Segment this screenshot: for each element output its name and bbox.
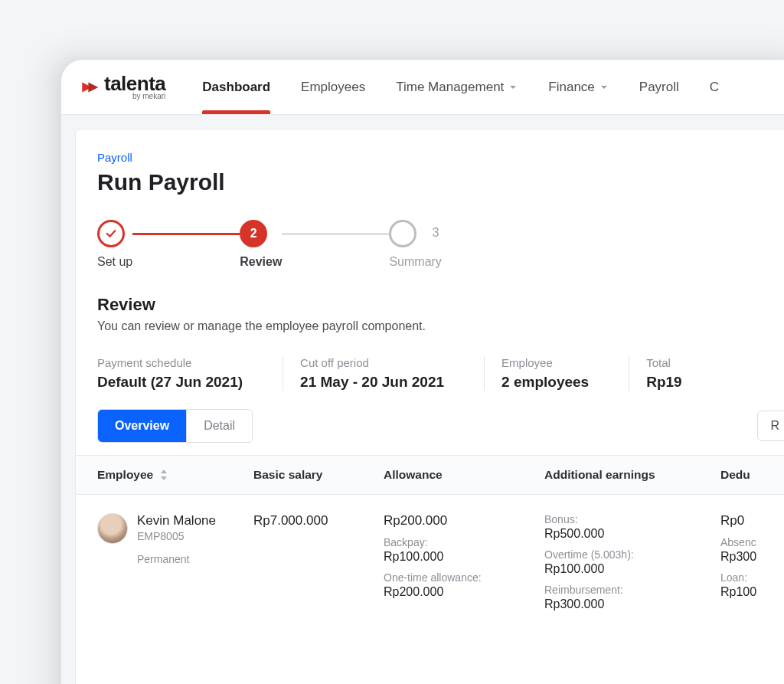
chevron-down-icon bbox=[508, 83, 518, 92]
step-label: Set up bbox=[97, 255, 132, 269]
right-action-button[interactable]: R bbox=[757, 411, 784, 441]
section-title: Review bbox=[76, 277, 784, 319]
employee-id: EMP8005 bbox=[137, 530, 216, 542]
additional-item-value: Rp100.000 bbox=[544, 562, 702, 576]
nav-label: Dashboard bbox=[202, 80, 270, 95]
nav-label: Time Management bbox=[396, 80, 504, 95]
additional-item-value: Rp300.000 bbox=[544, 597, 702, 611]
step-label: Summary bbox=[389, 255, 441, 269]
cell-allowance: Rp200.000 Backpay: Rp100.000 One-time al… bbox=[374, 501, 535, 611]
nav-label: Payroll bbox=[639, 80, 679, 95]
step-connector bbox=[132, 233, 240, 235]
check-icon bbox=[97, 220, 125, 247]
deduction-item-label: Absenc bbox=[720, 536, 784, 548]
step-number: 3 bbox=[432, 226, 439, 240]
allowance-item-label: One-time allowance: bbox=[384, 571, 526, 584]
nav-time-management[interactable]: Time Management bbox=[396, 61, 518, 113]
allowance-primary: Rp200.000 bbox=[384, 513, 526, 529]
main-card: Payroll Run Payroll Set up 2 Review bbox=[75, 129, 784, 684]
chevron-down-icon bbox=[599, 83, 609, 92]
info-label: Total bbox=[646, 356, 681, 369]
info-value: 21 May - 20 Jun 2021 bbox=[300, 374, 444, 391]
tab-detail[interactable]: Detail bbox=[186, 410, 252, 442]
cell-additional-earnings: Bonus: Rp500.000 Overtime (5.003h): Rp10… bbox=[535, 501, 711, 623]
table-header: Employee Basic salary Allowance Addition… bbox=[76, 456, 784, 495]
additional-item-label: Bonus: bbox=[544, 513, 702, 525]
cell-employee: Kevin Malone EMP8005 Permanent bbox=[76, 501, 244, 578]
th-allowance[interactable]: Allowance bbox=[374, 456, 535, 494]
deduction-item-label: Loan: bbox=[720, 571, 784, 584]
tab-group: Overview Detail bbox=[97, 409, 253, 443]
additional-item-label: Overtime (5.003h): bbox=[544, 548, 702, 561]
info-label: Employee bbox=[501, 356, 589, 369]
sort-icon bbox=[160, 470, 168, 482]
avatar bbox=[97, 513, 128, 544]
basic-salary-value: Rp7.000.000 bbox=[253, 513, 365, 529]
summary-info-row: Payment schedule Default (27 Jun 2021) C… bbox=[76, 349, 784, 409]
deduction-primary: Rp0 bbox=[720, 513, 784, 529]
step-review[interactable]: 2 Review bbox=[240, 220, 282, 269]
nav-label: C bbox=[710, 80, 719, 95]
cell-basic-salary: Rp7.000.000 bbox=[244, 501, 374, 541]
info-employee-count: Employee 2 employees bbox=[484, 356, 629, 391]
step-circle-empty bbox=[389, 220, 416, 247]
step-number: 2 bbox=[240, 220, 267, 247]
logo: talenta by mekari bbox=[80, 74, 165, 100]
nav-label: Employees bbox=[301, 80, 365, 95]
info-payment-schedule: Payment schedule Default (27 Jun 2021) bbox=[97, 356, 283, 391]
table-row: Kevin Malone EMP8005 Permanent Rp7.000.0… bbox=[76, 495, 784, 623]
logo-text: talenta bbox=[104, 74, 165, 93]
page-body: Payroll Run Payroll Set up 2 Review bbox=[61, 115, 784, 684]
tab-bar: Overview Detail R bbox=[76, 409, 784, 455]
top-nav: talenta by mekari Dashboard Employees Ti… bbox=[61, 60, 784, 115]
deduction-item-value: Rp100 bbox=[720, 585, 784, 599]
app-window: talenta by mekari Dashboard Employees Ti… bbox=[61, 60, 784, 684]
cell-deduction: Rp0 Absenc Rp300 Loan: Rp100 bbox=[711, 501, 784, 611]
nav-label: Finance bbox=[548, 80, 594, 95]
employee-name: Kevin Malone bbox=[137, 513, 216, 529]
section-description: You can review or manage the employee pa… bbox=[76, 319, 784, 349]
step-label: Review bbox=[240, 255, 282, 269]
info-cutoff-period: Cut off period 21 May - 20 Jun 2021 bbox=[283, 356, 484, 391]
payroll-table: Employee Basic salary Allowance Addition… bbox=[76, 455, 784, 623]
step-connector bbox=[282, 233, 389, 235]
step-summary[interactable]: 3 Summary bbox=[389, 220, 441, 269]
logo-mark-icon bbox=[80, 77, 100, 97]
allowance-item-value: Rp100.000 bbox=[384, 550, 526, 564]
info-label: Cut off period bbox=[300, 356, 444, 369]
nav-employees[interactable]: Employees bbox=[301, 61, 365, 113]
nav-finance[interactable]: Finance bbox=[548, 61, 608, 113]
nav-items: Dashboard Employees Time Management Fina… bbox=[202, 61, 719, 113]
allowance-item-value: Rp200.000 bbox=[384, 585, 526, 599]
th-deduction[interactable]: Dedu bbox=[711, 456, 784, 494]
page-title: Run Payroll bbox=[76, 169, 784, 195]
employee-type: Permanent bbox=[137, 553, 216, 565]
nav-payroll[interactable]: Payroll bbox=[639, 61, 679, 113]
breadcrumb[interactable]: Payroll bbox=[97, 151, 132, 164]
tab-overview[interactable]: Overview bbox=[98, 410, 186, 442]
info-value: Rp19 bbox=[646, 374, 681, 391]
th-additional-earnings[interactable]: Additional earnings bbox=[535, 456, 711, 494]
additional-item-label: Reimbursement: bbox=[544, 584, 702, 596]
info-value: 2 employees bbox=[501, 374, 589, 391]
stepper: Set up 2 Review 3 Summary bbox=[76, 195, 784, 277]
nav-more[interactable]: C bbox=[710, 61, 719, 113]
step-setup[interactable]: Set up bbox=[97, 220, 132, 269]
info-value: Default (27 Jun 2021) bbox=[97, 374, 243, 391]
deduction-item-value: Rp300 bbox=[720, 550, 784, 564]
additional-item-value: Rp500.000 bbox=[544, 527, 702, 541]
th-employee[interactable]: Employee bbox=[76, 456, 244, 494]
th-label: Employee bbox=[97, 468, 153, 481]
info-total: Total Rp19 bbox=[629, 356, 721, 391]
allowance-item-label: Backpay: bbox=[384, 536, 526, 548]
nav-dashboard[interactable]: Dashboard bbox=[202, 61, 270, 113]
th-basic-salary[interactable]: Basic salary bbox=[244, 456, 374, 494]
info-label: Payment schedule bbox=[97, 356, 243, 369]
